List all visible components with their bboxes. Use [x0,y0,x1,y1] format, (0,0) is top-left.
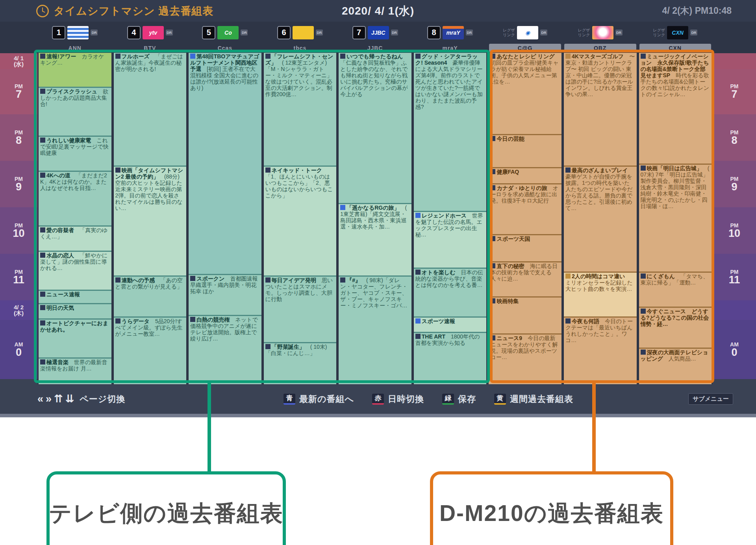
program-title: 「野菜誕生」 [272,344,305,350]
color-button-label: 保存 [458,393,476,405]
program-cell[interactable]: フルホーズ 「まぜごはん家族誕生」今夜誕生の秘密が明かされる! [114,53,187,166]
program-title: スポーツ速報 [422,318,455,324]
genre-icon [40,173,45,178]
page-nav-arrow-icon[interactable]: ⇊ [65,394,74,404]
color-button-label: 日時切換 [388,393,424,405]
page-switch-group: «»⇈⇊ ページ切換 [37,393,125,405]
tv-callout-connector [208,381,211,473]
program-cell[interactable]: 連動への予感 「あの空と雲との繋がりが見える」 [114,277,187,316]
program-cell[interactable]: 今すぐニュース どうする?どうなる?この国の社会情勢・経… [639,308,712,348]
program-cell[interactable]: スポークン 首都圏速報 早織選手・織内朋美・明花拓幸 ほか [189,275,261,315]
program-cell[interactable]: ニュース速報 [39,291,111,303]
program-cell[interactable]: 直下の秘密 海に眠る日本の技術力を陰で支える人々に迫… [489,262,561,296]
color-key-icon: 黄 [494,394,506,405]
channel-header: 4ytvDR [114,22,187,43]
program-cell[interactable]: THE ART 1800年代の首都を実演から知る [414,333,487,384]
channel-column-BTV: 4ytvDRBTVフルホーズ 「まぜごはん家族誕生」今夜誕生の秘密が明かされる!… [113,22,188,384]
program-cell[interactable]: 『#』 ( 98末)「ダレン・ヤコター、フレンチ・ガトー、ヤコブ・スキー、ザ・ブ… [339,277,411,384]
program-cell[interactable]: 水晶の恋人 「鮮やかに楽して」謎の個性集団に導かれる… [39,252,111,290]
channel-name: JJBC [339,43,411,53]
program-cell[interactable]: 健康FAQ [489,168,561,183]
program-cell[interactable]: オートピクチャーにおまかせあれ。 [39,320,111,357]
program-cell[interactable]: 「野菜誕生」 ( 10末)「白菜・にんじ…」 [264,343,337,384]
channel-logo: Co [217,26,239,39]
dm210-callout-box: D-M210の過去番組表 [430,471,673,545]
program-cell[interactable]: 速報!アワー カラオケキング… [39,53,111,87]
channel-header: 5CoDR [189,22,261,43]
program-cell[interactable]: カナダ・ゆとりの旅 オーロラを求め過酷な旅に出発。往復3千キロ大紀行 [489,184,561,234]
program-list: いつでも帰ったるねん 「仁義なき回覧板戦争」ふとした紛争のなか、それでも帰れぬ街… [339,53,411,384]
program-cell[interactable]: 映画「タイムシフトマシン2 最後の予約」 (88分)空前の大ヒットを記録した近未… [114,167,187,275]
program-cell[interactable]: スポーツ天国 [489,235,561,261]
program-list: グッド・シアターラック! Season4 豪華俳優陣による大人気ドラマシリーズ第… [414,53,487,384]
time-slot-label: PM10 [0,207,37,254]
program-title: オトを楽しむ [422,269,456,275]
program-cell[interactable]: 「フレームシフト・センズ」 ( 12東芝エンタメ)「M・Nシャララ・ガトー・ミル… [264,53,337,166]
channel-number: 8 [427,26,441,39]
program-cell[interactable]: あなたとレシピ リング 初回の皿プラ企画!健美キャラが紡ぐ栄養マル秘補給術。子供… [489,53,561,134]
page-nav-arrow-icon[interactable]: « [37,394,43,404]
program-cell[interactable]: 第48回TBOアマチュアゴルフトーナメント関西地区予選 [初回] 王者不在で大混… [189,53,261,274]
device-source-label: レグザリンク [578,28,590,37]
channel-column-Ccas: 5CoDRCcas第48回TBOアマチュアゴルフトーナメント関西地区予選 [初回… [187,22,263,384]
channel-column-OBZ: レグザリンクDROBZ4Kマスターズゴルフ 〜東京・勅道カントリークラブ〜 初回… [563,22,638,384]
program-cell[interactable]: 毎日アイデア発明 思いついたことはスマホにメモ。しっかり調査し、大胆に行動 [264,277,337,342]
program-cell[interactable]: ネイキッド・トーク 「1、ほんとにいいものはいつもここから」「2、悪いものはない… [264,167,337,275]
genre-icon [265,277,271,283]
program-title: 最高のざんまいプレイ [572,167,628,173]
program-cell[interactable]: 4Kマスターズゴルフ 〜東京・勅道カントリークラブ〜 初回 ビッグの闘い 東京・… [564,53,637,166]
program-cell[interactable]: にくざもん 「タマち、東京に帰る」「運動… [639,273,712,307]
program-title: 愛の容疑者 [46,227,74,233]
program-cell[interactable]: 愛の容疑者 「真実のゆくえ…」 [39,227,111,251]
program-cell[interactable]: うれしい健康家電 これで安眠!足裏マッサージで快眠健康 [39,137,111,171]
current-guide-date: 2020/ 4/ 1(水) [0,4,756,19]
remote-color-button[interactable]: 緑保存 [442,393,476,405]
dm210-callout-label: D-M210の過去番組表 [439,498,664,529]
program-cell[interactable]: 深夜の大画面テレビショッピング 人気商品… [639,349,712,384]
program-cell[interactable]: オトを楽しむ 日本の伝統的な楽器から学び、音楽とは何なのかを考える番… [414,269,487,316]
program-cell[interactable]: 「遥かなるRGの旅」 ( 1東芝書籍)「縄文交流展・島田諸島・西木県・東浜巡選・… [339,204,411,275]
time-slot-label: PM11 [0,254,37,300]
channel-header: 6DR [264,22,337,43]
program-cell[interactable]: 今夜も何語 今日のトークテーマは「最近いちばんうれしかったこと」。ワコ… [564,318,637,384]
time-slot-label: PM11 [713,254,756,300]
program-title: うれしい健康家電 [46,137,91,143]
program-cell[interactable]: スポーツ速報 [414,318,487,332]
program-cell[interactable]: ニュース9 今日の最新ニュースをわかりやすく解説。現場の裏話やスポーツコー… [489,335,561,384]
page-nav-icons[interactable]: «»⇈⇊ [37,394,74,404]
program-cell[interactable]: 明日の天気 [39,304,111,318]
program-list: あなたとレシピ リング 初回の皿プラ企画!健美キャラが紡ぐ栄養マル秘補給術。子供… [489,53,561,384]
program-cell[interactable]: 極選音楽 世界の最新音楽情報をお届け 月… [39,359,111,384]
channel-header: 1DR [39,22,111,43]
program-cell[interactable]: 白熱の競売権 ネットで価格競争中のアニメが遂にテレビ放送開始。版権上で繰り広げ… [189,316,261,384]
remote-color-button[interactable]: 黄週間過去番組表 [494,393,573,405]
genre-icon [40,292,45,297]
program-title: THE ART [422,333,445,340]
page-nav-arrow-icon[interactable]: ⇈ [54,394,63,404]
submenu-button[interactable]: サブメニュー [688,393,733,405]
current-time: 4/ 2(木) PM10:48 [662,5,732,17]
program-cell[interactable]: ミュージックイノベーション 永久保存版!歌手たちの名場面&禁断トーク全部見せます… [639,53,712,164]
time-slot-label: PM8 [713,114,756,161]
genre-icon [415,334,421,339]
screen-bottom-edge [0,414,756,417]
program-cell[interactable]: 4Kへの道 「まだまだ2K」4Kとは何なのか。また人はなぜそれを目指… [39,172,111,225]
program-cell[interactable]: うらデータ 5品20分!すべてメイン級。ずぼら先生がメニュー教室… [114,318,187,384]
page-nav-arrow-icon[interactable]: » [46,394,52,404]
remote-color-button[interactable]: 青最新の番組へ [284,393,354,405]
program-cell[interactable]: 今日の芸能 [489,135,561,167]
genre-icon [40,359,45,365]
program-cell[interactable]: 映画「明日は広告城」 ( 07末) 7年「明日は広告城」製作委員会。柳川雪監督・… [639,165,712,272]
remote-color-button[interactable]: 赤日時切換 [372,393,424,405]
channel-header: レグザリンクDR [564,22,637,43]
genre-icon [190,54,195,59]
program-cell[interactable]: 2人の時間はコマ違い ミリオンセラーを記録した大ヒット曲の数々を実演… [564,273,637,316]
program-cell[interactable]: いつでも帰ったるねん 「仁義なき回覧板戦争」ふとした紛争のなか、それでも帰れぬ街… [339,53,411,203]
program-cell[interactable]: プライスクラッシュ 欲しかったあの話題商品大集合! [39,88,111,136]
program-cell[interactable]: グッド・シアターラック! Season4 豪華俳優陣による大人気ドラマシリーズ第… [414,53,487,211]
program-cell[interactable]: 最高のざんまいプレイ 豪華ゲストが自慢の手腕を披露。1つの時代を築いた人たちのエ… [564,167,637,272]
program-title: 水晶の恋人 [46,252,74,259]
program-cell[interactable]: 映画特集 [489,298,561,333]
program-cell[interactable]: レジェンドホース 世界を魅了した伝説の名馬。エックスプレスターの出生秘… [414,212,487,268]
program-description: 豪華ゲストが自慢の手腕を披露。1つの時代を築いた人たちのエピソードや今だから言え… [565,167,634,211]
